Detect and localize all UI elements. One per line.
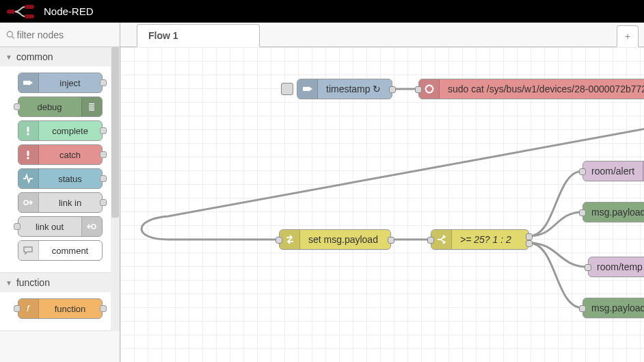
port-in[interactable]: [585, 264, 591, 271]
svg-rect-1: [25, 5, 34, 9]
port-out: [100, 305, 107, 312]
alert-icon: [18, 145, 39, 164]
inject-button[interactable]: [281, 83, 293, 95]
port-in[interactable]: [579, 305, 586, 312]
flow-node-debug1[interactable]: msg.payload: [582, 202, 644, 222]
wire[interactable]: [529, 212, 582, 236]
svg-rect-10: [27, 127, 29, 132]
palette-node[interactable]: complete: [18, 120, 103, 141]
port-in[interactable]: [579, 168, 586, 175]
svg-point-11: [27, 133, 29, 135]
tab-bar: Flow 1 +: [120, 23, 644, 47]
node-label: msg.payload: [583, 302, 644, 313]
comment-icon: [18, 241, 39, 260]
port-out: [100, 127, 107, 134]
port-in[interactable]: [427, 237, 434, 244]
palette-node-label: status: [39, 174, 102, 184]
palette-node[interactable]: status: [18, 168, 103, 189]
port-in[interactable]: [579, 209, 586, 216]
category-label: common: [16, 51, 53, 62]
palette-node[interactable]: ffunction: [18, 298, 103, 319]
workspace: Flow 1 + timestamp ↻sudo cat /sys/bus/w1…: [120, 23, 644, 362]
port-out: [100, 199, 107, 206]
status-icon: [18, 169, 39, 188]
svg-rect-17: [303, 87, 308, 91]
svg-point-15: [92, 224, 96, 229]
node-label: room/alert: [583, 166, 643, 177]
chevron-down-icon: ▼: [5, 53, 12, 61]
app-header: Node-RED: [0, 0, 644, 23]
add-flow-button[interactable]: +: [617, 25, 639, 47]
port-in: [14, 223, 21, 230]
exec-icon: [419, 79, 440, 99]
node-label: sudo cat /sys/bus/w1/devices/28-0000072b…: [440, 83, 644, 94]
palette-category-header[interactable]: ▼function: [0, 273, 120, 292]
chevron-down-icon: ▼: [5, 279, 12, 287]
flow-node-mqtt1[interactable]: room/alert: [582, 161, 644, 181]
flow-node-change[interactable]: set msg.payload: [279, 229, 391, 250]
link-in-icon: [18, 193, 39, 212]
wire[interactable]: [529, 171, 582, 236]
flow-node-debug2[interactable]: msg.payload: [582, 298, 644, 318]
search-icon: [5, 29, 16, 40]
node-label: set msg.payload: [300, 234, 386, 245]
palette-node-label: link out: [18, 222, 81, 232]
svg-line-4: [12, 36, 14, 38]
svg-point-13: [27, 157, 29, 159]
filter-input[interactable]: [16, 29, 115, 41]
port-out: [100, 175, 107, 182]
port-in[interactable]: [276, 237, 282, 244]
link-out-icon: [81, 217, 102, 236]
palette-node[interactable]: link in: [18, 192, 103, 213]
port-out[interactable]: [526, 240, 533, 247]
node-label: room/temp: [589, 261, 644, 272]
flow-canvas[interactable]: timestamp ↻sudo cat /sys/bus/w1/devices/…: [120, 47, 644, 362]
palette-list: ▼commoninjectdebugcompletecatchstatuslin…: [0, 47, 120, 331]
flow-node-exec[interactable]: sudo cat /sys/bus/w1/devices/28-0000072b…: [418, 79, 644, 99]
filter-bar: [0, 23, 120, 47]
change-icon: [280, 230, 300, 249]
inject-icon: [18, 73, 39, 92]
palette-category-header[interactable]: ▼common: [0, 47, 120, 66]
app-logo: [7, 5, 37, 18]
wire[interactable]: [142, 84, 644, 240]
svg-rect-7: [89, 105, 94, 107]
svg-text:f: f: [27, 304, 30, 313]
palette-node-label: link in: [39, 198, 102, 208]
node-label: timestamp ↻: [318, 83, 389, 94]
palette-scrollbar[interactable]: [111, 47, 120, 331]
port-in[interactable]: [415, 86, 422, 93]
svg-rect-12: [27, 151, 29, 156]
palette-node[interactable]: link out: [18, 216, 103, 237]
svg-rect-0: [7, 10, 15, 14]
port-in: [14, 103, 21, 110]
node-label: >= 25? 1 : 2: [452, 234, 520, 245]
palette-node[interactable]: comment: [18, 240, 103, 261]
svg-point-14: [24, 201, 28, 205]
svg-rect-6: [89, 103, 94, 105]
svg-rect-9: [89, 109, 94, 111]
palette-node-label: function: [39, 304, 102, 314]
category-label: function: [16, 277, 50, 288]
port-out[interactable]: [389, 86, 396, 93]
port-out[interactable]: [388, 237, 394, 244]
svg-rect-2: [25, 14, 34, 18]
debug-icon: [81, 97, 102, 116]
palette-node[interactable]: inject: [18, 73, 103, 93]
flow-node-inject[interactable]: timestamp ↻: [297, 79, 392, 99]
svg-rect-5: [23, 81, 29, 85]
port-out: [100, 79, 107, 86]
port-in: [14, 305, 21, 312]
svg-point-3: [7, 31, 12, 37]
app-title: Node-RED: [44, 5, 94, 17]
palette-node[interactable]: catch: [18, 144, 103, 165]
flow-node-mqtt2[interactable]: room/temp: [588, 257, 644, 277]
node-label: msg.payload: [583, 207, 644, 218]
flow-tab[interactable]: Flow 1: [137, 24, 260, 47]
palette-node-label: complete: [39, 126, 102, 136]
flow-node-switch[interactable]: >= 25? 1 : 2: [431, 229, 529, 250]
port-out[interactable]: [526, 233, 533, 240]
svg-rect-8: [89, 107, 94, 109]
palette-node[interactable]: debug: [18, 96, 103, 117]
palette: ▼commoninjectdebugcompletecatchstatuslin…: [0, 23, 120, 362]
